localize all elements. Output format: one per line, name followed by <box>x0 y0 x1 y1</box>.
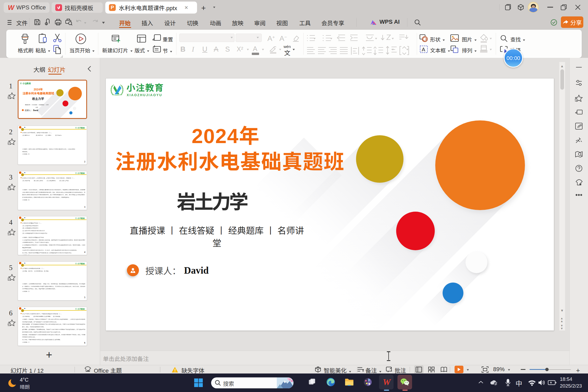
svg-text:A: A <box>422 47 425 52</box>
